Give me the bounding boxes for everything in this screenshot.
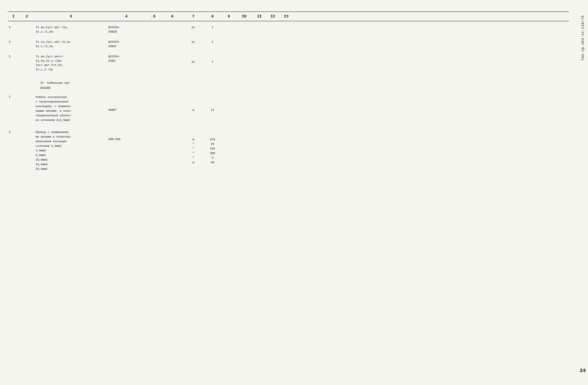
row2b-col1: 2: [8, 130, 19, 135]
row-i-col13: [279, 95, 293, 95]
row4-col10: [235, 40, 253, 41]
row4-col5: [146, 40, 161, 41]
row-i-col6: [161, 95, 184, 95]
row-i-col9: [222, 95, 235, 95]
table-row: 3 То же,Iуст.авт.=2а, Iн.з.=I,6а ШУ5I04-…: [8, 23, 569, 37]
row2b-col5: [146, 130, 161, 131]
row-i-col1: I: [8, 95, 19, 100]
row3-col4: ШУ5I04- 03В2Б: [107, 25, 146, 35]
col-header-3: 3: [34, 13, 107, 19]
row4-col11: [253, 40, 266, 41]
row4-col3: То ко,Iуст.авт.=3,2а Iн.з.=2,5а: [34, 40, 107, 49]
row3-col3: То же,Iуст.авт.=2а, Iн.з.=I,6а: [34, 25, 107, 35]
row3-col12: [266, 25, 279, 26]
row-i-col10: [235, 95, 253, 95]
section-iv-title-line1: IУ. Кабельная про-: [40, 81, 71, 85]
row5-col11: [253, 54, 266, 55]
section-iv-title: IУ. Кабельная про- дукция: [34, 81, 107, 91]
row3-col8: I: [203, 25, 222, 30]
row5-col8: I: [203, 54, 222, 65]
row5-col5: [146, 54, 161, 55]
table-row: 4 То ко,Iуст.авт.=3,2а Iн.з.=2,5а ШУ5I04…: [8, 38, 569, 51]
col-header-8: 8: [203, 13, 222, 19]
row2b-col13: [279, 130, 293, 131]
row5-col10: [235, 54, 253, 55]
row-i-col3: Кабель контрольный с полихлорвиниловой и…: [34, 95, 107, 123]
row5-col13: [279, 54, 293, 55]
row5-col12: [266, 54, 279, 55]
row3-col5: [146, 25, 161, 26]
row-i-col8: I2: [203, 95, 222, 113]
row4-col9: [222, 40, 235, 41]
table-row: I Кабель контрольный с полихлорвиниловой…: [8, 93, 569, 125]
row-i-col12: [266, 95, 279, 95]
row5-col6: [161, 54, 184, 55]
row2b-col11: [253, 130, 266, 131]
col-header-11: II: [253, 13, 266, 19]
row2b-col12: [266, 130, 279, 131]
row3-col6: [161, 25, 184, 26]
row-i-col11: [253, 95, 266, 95]
row5-col9: [222, 54, 235, 55]
row5-col4: ШУ5I04- 03В2: [107, 54, 146, 64]
row2b-col7: м " " " " м: [184, 130, 203, 165]
row4-col12: [266, 40, 279, 41]
row3-col13: [279, 25, 293, 26]
row3-col2: [19, 25, 34, 26]
col-header-13: I3: [279, 13, 293, 19]
row2b-col4: АПВ-500: [107, 130, 146, 142]
row4-col2: [19, 40, 34, 41]
section-iv-header: IУ. Кабельная про- дукция: [8, 78, 569, 91]
col-header-4: 4: [107, 13, 146, 19]
row2b-col9: [222, 130, 235, 131]
col-header-7: 7: [184, 13, 203, 19]
row4-col8: I: [203, 40, 222, 45]
row5-col7: шт: [184, 54, 203, 65]
col-header-12: I2: [266, 13, 279, 19]
row-i-col5: [146, 95, 161, 95]
row5-col2: [19, 54, 34, 55]
section-iv-title-line2: дукция: [40, 86, 51, 89]
row5-col1: 5: [8, 54, 19, 59]
row4-col1: 4: [8, 40, 19, 45]
row4-col4: ШУ5I04- 03В2Г: [107, 40, 146, 49]
page-number-label: 24: [580, 368, 586, 373]
row2b-col8: 970 20 I65 300 6 30: [203, 130, 222, 165]
row-i-col2: [19, 95, 34, 95]
row5-col3: То же,Iуст.автс= I2,5а,Iн.з.=IOа Iуст.ав…: [34, 54, 107, 72]
right-margin-labels: Тип.пр.264-12-118/75 24: [577, 12, 588, 377]
table-header: I 2 3 4 .5 6 7 8 9 IO II I2 I3: [8, 12, 569, 21]
row3-col7: шт: [184, 25, 203, 30]
row4-col7: шт: [184, 40, 203, 45]
row4-col6: [161, 40, 184, 41]
row2b-col6: [161, 130, 184, 131]
table-row: 2 Провод с алюминиевы- ми жилами в полих…: [8, 128, 569, 174]
row2b-col3: Провод с алюминиевы- ми жилами в полихло…: [34, 130, 107, 172]
row4-col13: [279, 40, 293, 41]
row2b-col2: [19, 130, 34, 131]
col-header-1: I: [8, 13, 19, 19]
col-header-9: 9: [222, 13, 235, 19]
row-i-col7: м: [184, 95, 203, 113]
row2b-col10: [235, 130, 253, 131]
row3-col11: [253, 25, 266, 26]
col-header-10: IO: [235, 13, 253, 19]
document-id-label: Тип.пр.264-12-118/75: [581, 15, 585, 61]
row3-col10: [235, 25, 253, 26]
row3-col1: 3: [8, 25, 19, 30]
col-header-2: 2: [19, 13, 34, 19]
row-i-col4: АКВРГ: [107, 95, 146, 113]
table-row: 5 То же,Iуст.автс= I2,5а,Iн.з.=IOа Iуст.…: [8, 52, 569, 74]
row3-col9: [222, 25, 235, 26]
main-table: I 2 3 4 .5 6 7 8 9 IO II I2 I3 3 То же,I…: [8, 12, 569, 377]
col-header-6: 6: [161, 13, 184, 19]
col-header-5: .5: [146, 13, 161, 19]
